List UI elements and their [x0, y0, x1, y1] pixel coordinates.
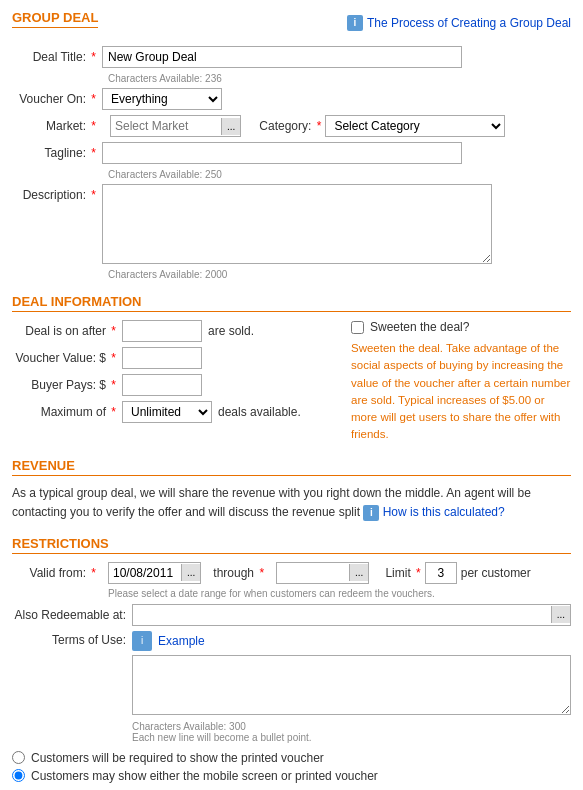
- tagline-input[interactable]: [102, 142, 462, 164]
- market-label: Market: *: [12, 119, 102, 133]
- sweeten-row: Sweeten the deal?: [351, 320, 571, 334]
- maximum-select[interactable]: Unlimited 10 25 50 100: [122, 401, 212, 423]
- redeemable-input-wrap: ...: [132, 604, 571, 626]
- process-link[interactable]: i The Process of Creating a Group Deal: [347, 15, 571, 31]
- terms-chars-hint: Characters Available: 300: [132, 721, 571, 732]
- req-star: *: [416, 566, 421, 580]
- deal-title-input[interactable]: [102, 46, 462, 68]
- radio-mobile-or-printed[interactable]: [12, 769, 25, 782]
- terms-textarea[interactable]: [132, 655, 571, 715]
- description-label: Description: *: [12, 184, 102, 202]
- category-wrap: Category: * Select Category: [259, 115, 505, 137]
- req-star: *: [111, 405, 116, 419]
- sweeten-checkbox[interactable]: [351, 321, 364, 334]
- redeemable-input[interactable]: [133, 605, 551, 625]
- date-hint: Please select a date range for when cust…: [108, 588, 571, 599]
- req-star: *: [91, 146, 96, 160]
- deal-after-row: Deal is on after * are sold.: [12, 320, 341, 342]
- deal-info-section: Deal is on after * are sold. Voucher Val…: [12, 320, 571, 444]
- voucher-value-input[interactable]: [122, 347, 202, 369]
- deal-after-suffix: are sold.: [208, 324, 254, 338]
- description-hint: Characters Available: 2000: [108, 269, 571, 280]
- deal-info-right: Sweeten the deal? Sweeten the deal. Take…: [351, 320, 571, 444]
- limit-input[interactable]: [425, 562, 457, 584]
- radio-row-1: Customers will be required to show the p…: [12, 751, 571, 765]
- deal-title-row: Deal Title: *: [12, 46, 571, 68]
- terms-content: i Example Characters Available: 300 Each…: [132, 631, 571, 743]
- maximum-label: Maximum of *: [12, 405, 122, 419]
- redeemable-row: Also Redeemable at: ...: [12, 604, 571, 626]
- buyer-pays-row: Buyer Pays: $ *: [12, 374, 341, 396]
- voucher-value-label: Voucher Value: $ *: [12, 351, 122, 365]
- deal-after-input[interactable]: [122, 320, 202, 342]
- terms-hints: Characters Available: 300 Each new line …: [132, 721, 571, 743]
- req-star: *: [91, 566, 96, 580]
- valid-from-date-wrap: ...: [108, 562, 201, 584]
- radio-printed[interactable]: [12, 751, 25, 764]
- maximum-suffix: deals available.: [218, 405, 301, 419]
- req-star: *: [317, 119, 322, 133]
- description-row: Description: *: [12, 184, 571, 264]
- limit-row: Limit * per customer: [385, 562, 530, 584]
- group-deal-form: Deal Title: * Characters Available: 236 …: [12, 46, 571, 280]
- valid-from-calendar-button[interactable]: ...: [181, 564, 200, 581]
- revenue-header: REVENUE: [12, 458, 571, 476]
- market-input-wrap: ...: [110, 115, 241, 137]
- tagline-label: Tagline: *: [12, 146, 102, 160]
- maximum-row: Maximum of * Unlimited 10 25 50 100 deal…: [12, 401, 341, 423]
- example-icon: i: [132, 631, 152, 651]
- deal-info-header: DEAL INFORMATION: [12, 294, 571, 312]
- radio-section: Customers will be required to show the p…: [12, 751, 571, 783]
- revenue-section: REVENUE As a typical group deal, we will…: [12, 458, 571, 522]
- req-star: *: [91, 188, 96, 202]
- req-star: *: [111, 378, 116, 392]
- top-bar: GROUP DEAL i The Process of Creating a G…: [12, 10, 571, 36]
- calc-link[interactable]: How is this calculated?: [383, 503, 505, 522]
- voucher-value-row: Voucher Value: $ *: [12, 347, 341, 369]
- deal-info-left: Deal is on after * are sold. Voucher Val…: [12, 320, 341, 444]
- category-select[interactable]: Select Category: [325, 115, 505, 137]
- deal-after-label: Deal is on after *: [12, 324, 122, 338]
- category-label: Category: *: [259, 119, 321, 133]
- info-icon: i: [347, 15, 363, 31]
- through-calendar-button[interactable]: ...: [349, 564, 368, 581]
- req-star: *: [91, 92, 96, 106]
- through-label: through *: [213, 566, 264, 580]
- radio-mobile-or-printed-label: Customers may show either the mobile scr…: [31, 769, 378, 783]
- buyer-pays-input[interactable]: [122, 374, 202, 396]
- market-input[interactable]: [111, 116, 221, 136]
- valid-from-input[interactable]: [109, 563, 181, 583]
- voucher-on-label: Voucher On: *: [12, 92, 102, 106]
- restrictions-header: RESTRICTIONS: [12, 536, 571, 554]
- buyer-pays-label: Buyer Pays: $ *: [12, 378, 122, 392]
- group-deal-header: GROUP DEAL: [12, 10, 98, 28]
- through-date-wrap: ...: [276, 562, 369, 584]
- radio-printed-label: Customers will be required to show the p…: [31, 751, 324, 765]
- terms-example: i Example: [132, 631, 571, 651]
- sweeten-text: Sweeten the deal. Take advantage of the …: [351, 340, 571, 444]
- per-customer-label: per customer: [461, 566, 531, 580]
- voucher-on-select[interactable]: Everything Selected Items: [102, 88, 222, 110]
- voucher-on-row: Voucher On: * Everything Selected Items: [12, 88, 571, 110]
- market-browse-button[interactable]: ...: [221, 118, 240, 135]
- redeemable-label: Also Redeemable at:: [12, 608, 132, 622]
- revenue-icon: i: [363, 505, 379, 521]
- req-star: *: [91, 119, 96, 133]
- valid-from-label: Valid from: *: [12, 566, 102, 580]
- description-textarea[interactable]: [102, 184, 492, 264]
- redeemable-browse-button[interactable]: ...: [551, 606, 570, 623]
- sweeten-label: Sweeten the deal?: [370, 320, 469, 334]
- deal-title-label: Deal Title: *: [12, 50, 102, 64]
- revenue-text: As a typical group deal, we will share t…: [12, 484, 571, 522]
- limit-label: Limit *: [385, 566, 420, 580]
- radio-row-2: Customers may show either the mobile scr…: [12, 769, 571, 783]
- example-link[interactable]: Example: [158, 634, 205, 648]
- process-link-label: The Process of Creating a Group Deal: [367, 16, 571, 30]
- market-category-row: Market: * ... Category: * Select Categor…: [12, 115, 571, 137]
- tagline-hint: Characters Available: 250: [108, 169, 571, 180]
- terms-label: Terms of Use:: [12, 631, 132, 647]
- terms-bullet-hint: Each new line will become a bullet point…: [132, 732, 571, 743]
- req-star: *: [259, 566, 264, 580]
- terms-row: Terms of Use: i Example Characters Avail…: [12, 631, 571, 743]
- through-input[interactable]: [277, 563, 349, 583]
